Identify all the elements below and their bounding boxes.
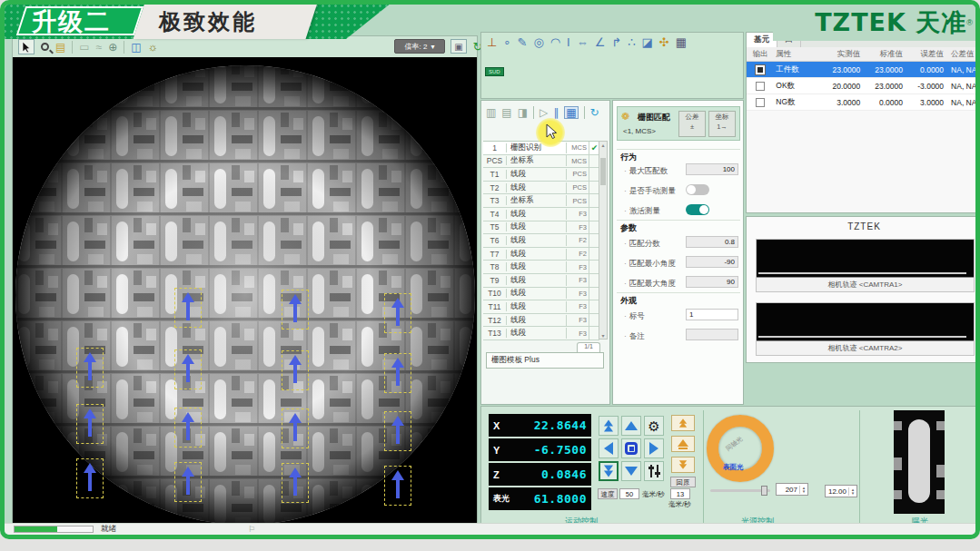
max-match-input[interactable] [686, 163, 738, 175]
jog-down-fast-button[interactable] [599, 461, 619, 481]
match-marker [384, 411, 411, 451]
pause-button[interactable]: ∥ [553, 107, 559, 118]
tool-name-box[interactable]: 栅图模板 Plus [486, 352, 604, 369]
coordinate-button[interactable]: 坐标1→ [708, 111, 736, 137]
z-up-fast-button[interactable] [671, 415, 695, 431]
index-input[interactable] [686, 309, 738, 320]
active-measure-toggle[interactable] [686, 204, 709, 215]
speed-input[interactable] [619, 488, 639, 499]
rect-select-icon[interactable]: ▭ [79, 42, 89, 53]
scatter-tool-icon[interactable]: ∴ [628, 36, 635, 48]
wafer-image-canvas[interactable] [13, 57, 477, 530]
light-intensity-slider[interactable] [710, 489, 770, 492]
exposure-spinner[interactable]: 12.00▴▾ [825, 485, 857, 497]
hands-tool-icon[interactable]: ✣ [659, 36, 669, 48]
line-tool-icon[interactable]: ✎ [517, 36, 527, 48]
match-arrow-icon [289, 355, 302, 386]
status-text: 就绪 [101, 524, 116, 535]
spinner-arrows-icon[interactable]: ▴▾ [799, 486, 807, 494]
jog-right-button[interactable] [644, 438, 664, 458]
output-checkbox[interactable] [756, 65, 765, 74]
light-value-spinner[interactable]: 207▴▾ [776, 483, 808, 496]
spinner-arrows-icon[interactable]: ▴▾ [848, 487, 856, 496]
snapshot-button[interactable]: ▣ [450, 39, 467, 54]
magnification-select[interactable]: 倍率: 2 ▾ [394, 39, 445, 54]
table-row[interactable]: OK数 20.0000 23.0000 -3.0000 NA, NA [747, 78, 980, 94]
chevron-down-icon: ▾ [431, 43, 434, 51]
jog-left-button[interactable] [599, 438, 619, 458]
max-angle-input[interactable] [686, 276, 738, 288]
list-item[interactable]: T9线段F3 [483, 274, 599, 288]
polyline-tool-icon[interactable]: ≈ [96, 42, 103, 53]
output-checkbox[interactable] [756, 98, 765, 107]
min-angle-input[interactable] [686, 256, 738, 268]
list-item[interactable]: T12线段F3 [483, 314, 599, 328]
list-item[interactable]: PCS坐标系MCS [483, 155, 599, 169]
coordinate-tool-icon[interactable]: ⊥ [487, 36, 497, 48]
crosshair-tool-icon[interactable]: ⊕ [108, 42, 117, 53]
list-item[interactable]: T11线段F3 [483, 300, 599, 314]
refresh-list-button[interactable]: ↻ [590, 107, 599, 118]
z-safe-height-button[interactable] [671, 436, 695, 452]
list-item[interactable]: T13线段F3 [483, 327, 599, 340]
joystick-button[interactable] [644, 461, 664, 481]
jog-settings-button[interactable]: ⚙ [644, 416, 664, 436]
note-input[interactable] [686, 329, 738, 340]
list-item[interactable]: T2线段PCS [483, 182, 599, 195]
home-input[interactable] [670, 488, 690, 499]
run-button[interactable]: ▷ [539, 107, 548, 118]
light-bulb-icon[interactable]: ☼ [148, 42, 158, 53]
section-behavior: 行为 [620, 152, 637, 163]
width-tool-icon[interactable]: ⇔ [577, 36, 589, 48]
trajectory-image-2 [757, 303, 974, 341]
output-checkbox[interactable] [756, 82, 765, 91]
list-item[interactable]: T6线段F2 [483, 234, 599, 248]
list-item[interactable]: T1线段PCS [483, 168, 599, 182]
camera-icon: ▣ [454, 42, 462, 52]
list-item[interactable]: T4线段F3 [483, 208, 599, 221]
home-button[interactable]: 回原 [670, 477, 696, 487]
arc-tool-icon[interactable]: ◠ [550, 36, 560, 48]
jog-down-button[interactable] [621, 461, 641, 481]
jog-stop-button[interactable] [621, 438, 641, 458]
save-button[interactable]: ◨ [518, 107, 528, 118]
image-tool-icon[interactable]: ▤ [55, 42, 65, 53]
element-list[interactable]: 1栅图识别MCS✔ PCS坐标系MCS T1线段PCS T2线段PCS T3坐标… [483, 141, 599, 339]
table-row[interactable]: NG数 3.0000 0.0000 3.0000 NA, NA [747, 94, 980, 111]
footer-tab[interactable]: 1/1 [577, 342, 600, 352]
z-down-fast-button[interactable] [671, 457, 695, 473]
zoom-tool-icon[interactable] [41, 43, 49, 51]
import-button[interactable]: ▥ [486, 107, 496, 118]
scrollbar-thumb[interactable] [600, 158, 606, 185]
jog-up-fast-button[interactable] [599, 416, 619, 436]
report-button[interactable]: ▦ [564, 106, 578, 119]
cursor-tool-button[interactable] [18, 39, 35, 54]
list-item[interactable]: T3坐标系PCS [483, 194, 599, 208]
tolerance-button[interactable]: 公差± [678, 111, 706, 137]
splitter-tool-icon[interactable]: ◫ [131, 42, 141, 53]
slider-handle[interactable] [761, 486, 767, 496]
manual-measure-label: 是否手动测量 [624, 186, 676, 197]
circle-tool-icon[interactable]: ◎ [533, 36, 543, 48]
match-score-input[interactable] [686, 236, 738, 248]
template-button[interactable]: ▤ [501, 107, 511, 118]
curve-tool-icon[interactable]: ↱ [611, 36, 621, 48]
erase-tool-icon[interactable]: ◪ [642, 36, 653, 48]
jog-up-button[interactable] [621, 416, 641, 436]
list-item[interactable]: T8线段F3 [483, 261, 599, 274]
dro-surface-light: 表光61.8000 [489, 487, 591, 510]
calculator-tool-icon[interactable]: ▦ [676, 36, 687, 48]
point-tool-icon[interactable]: ∘ [503, 36, 510, 48]
left-arrow-icon [604, 442, 613, 455]
table-row[interactable]: 工件数 23.0000 23.0000 0.0000 NA, NA [747, 62, 980, 78]
scrollbar-down-arrow[interactable]: ▾ [599, 332, 607, 339]
list-item[interactable]: T10线段F3 [483, 288, 599, 301]
manual-measure-toggle[interactable] [686, 184, 709, 195]
list-scrollbar[interactable]: ▴▾ [599, 141, 608, 339]
list-item[interactable]: T7线段F2 [483, 248, 599, 261]
distance-tool-icon[interactable]: I [567, 36, 570, 48]
tool-bug-icon: ❁ [621, 111, 629, 123]
list-item[interactable]: T5线段F3 [483, 221, 599, 235]
speed-button[interactable]: 速度 [598, 488, 618, 499]
angle-tool-icon[interactable]: ∠ [595, 36, 606, 48]
